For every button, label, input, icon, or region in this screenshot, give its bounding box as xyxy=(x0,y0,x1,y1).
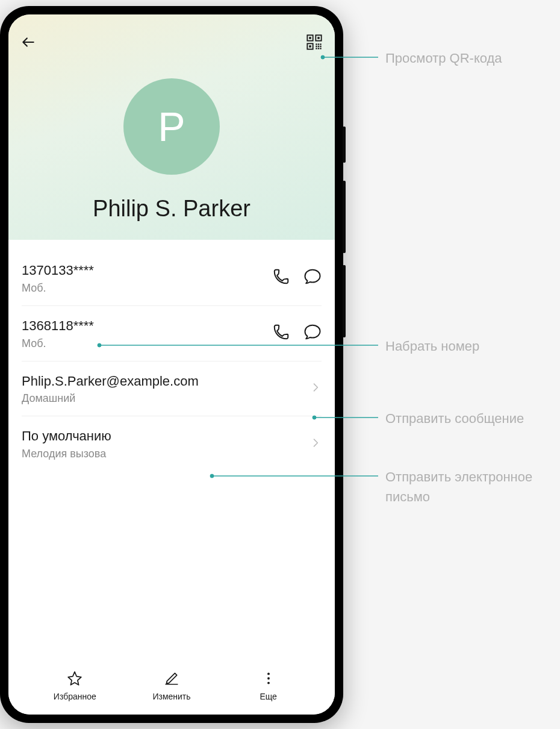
more-icon xyxy=(261,671,276,689)
svg-rect-14 xyxy=(318,46,319,47)
svg-rect-9 xyxy=(316,46,317,47)
phone-screen: P Philip S. Parker 1370133**** Моб. xyxy=(8,14,335,715)
phone-type: Моб. xyxy=(22,337,272,350)
callout-dial: Набрать номер xyxy=(385,336,479,356)
bottom-bar: Избранное Изменить Еще xyxy=(8,663,335,715)
svg-point-16 xyxy=(267,677,270,680)
more-label: Еще xyxy=(260,692,277,701)
svg-rect-12 xyxy=(318,48,319,49)
email-row[interactable]: Phlip.S.Parker@example.com Домашний xyxy=(22,361,322,417)
phone-row-1[interactable]: 1370133**** Моб. xyxy=(22,251,322,306)
callout-qr: Просмотр QR-кода xyxy=(385,48,502,68)
volume-down-button xyxy=(343,265,346,337)
phone-row-2[interactable]: 1368118**** Моб. xyxy=(22,306,322,361)
svg-rect-8 xyxy=(320,43,321,45)
svg-rect-3 xyxy=(317,37,320,39)
contact-details: 1370133**** Моб. 1368118**** Моб. xyxy=(8,240,335,663)
email-address: Phlip.S.Parker@example.com xyxy=(22,372,310,391)
ringtone-value: По умолчанию xyxy=(22,427,310,446)
callout-sms: Отправить сообщение xyxy=(385,408,524,428)
chevron-right-icon xyxy=(310,381,322,396)
contact-header: P Philip S. Parker xyxy=(8,14,335,240)
phone-number: 1370133**** xyxy=(22,261,272,280)
edit-button[interactable]: Изменить xyxy=(142,671,202,701)
contact-avatar[interactable]: P xyxy=(123,78,220,175)
svg-rect-10 xyxy=(320,46,321,47)
avatar-initial: P xyxy=(158,103,185,150)
message-icon[interactable] xyxy=(303,323,322,343)
phone-number: 1368118**** xyxy=(22,317,272,336)
contact-name: Philip S. Parker xyxy=(93,196,250,222)
svg-point-15 xyxy=(267,672,270,675)
email-type: Домашний xyxy=(22,392,310,405)
qr-code-icon[interactable] xyxy=(306,34,323,53)
ringtone-row[interactable]: По умолчанию Мелодия вызова xyxy=(22,416,322,471)
edit-icon xyxy=(164,671,179,689)
svg-rect-13 xyxy=(320,48,321,49)
message-icon[interactable] xyxy=(303,268,322,288)
ringtone-label: Мелодия вызова xyxy=(22,448,310,460)
side-button xyxy=(343,127,346,163)
phone-type: Моб. xyxy=(22,282,272,295)
more-button[interactable]: Еще xyxy=(238,671,299,701)
svg-rect-6 xyxy=(316,43,317,45)
avatar-block: P Philip S. Parker xyxy=(8,60,335,222)
star-icon xyxy=(67,671,82,689)
svg-rect-5 xyxy=(309,45,311,48)
top-bar xyxy=(8,27,335,60)
edit-label: Изменить xyxy=(152,692,190,701)
callout-mail: Отправить электронное письмо xyxy=(385,467,560,507)
favorite-label: Избранное xyxy=(54,692,96,701)
chevron-right-icon xyxy=(310,437,322,451)
svg-rect-11 xyxy=(316,48,317,49)
phone-call-icon[interactable] xyxy=(272,323,290,343)
phone-frame: P Philip S. Parker 1370133**** Моб. xyxy=(0,6,343,723)
favorite-button[interactable]: Избранное xyxy=(45,671,105,701)
phone-call-icon[interactable] xyxy=(272,268,290,288)
svg-rect-1 xyxy=(309,37,311,39)
volume-up-button xyxy=(343,181,346,253)
svg-rect-7 xyxy=(318,43,319,45)
back-arrow-icon[interactable] xyxy=(20,34,36,52)
svg-point-17 xyxy=(267,682,270,684)
